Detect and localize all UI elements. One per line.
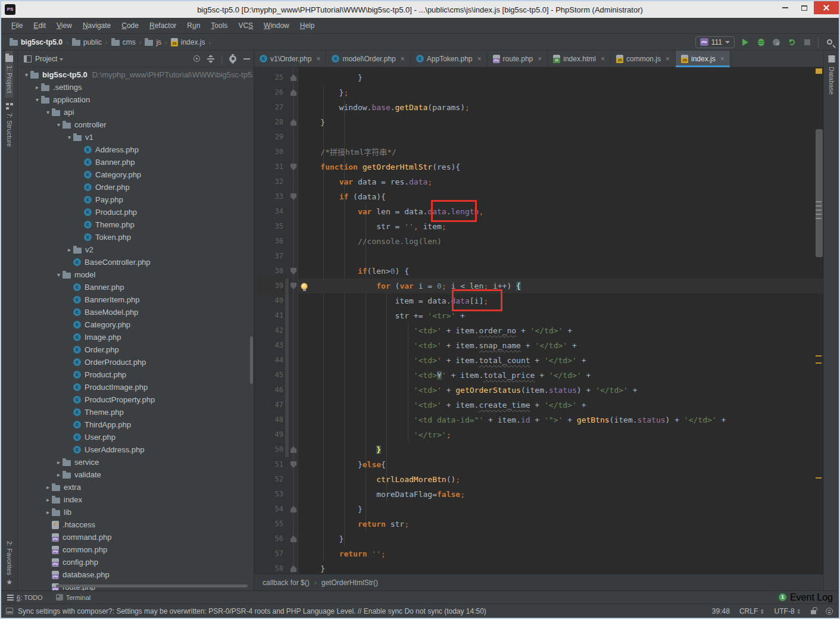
expand-arrow-icon[interactable]: ▸ xyxy=(55,471,63,478)
tree-item-ProductImage.php[interactable]: cProductImage.php xyxy=(18,381,254,393)
tab-index-html[interactable]: Hindex.html× xyxy=(548,51,611,67)
tool-window-toggle-icon[interactable] xyxy=(6,608,13,614)
tree-item-Address.php[interactable]: cAddress.php xyxy=(18,143,254,156)
fold-start-icon[interactable] xyxy=(291,283,296,289)
code-line-51[interactable]: }else{ xyxy=(298,457,823,472)
coverage-button[interactable] xyxy=(772,37,781,47)
code-line-50[interactable]: } xyxy=(298,442,823,457)
gutter-line-49[interactable]: 49 xyxy=(254,427,298,442)
inspections-profile-icon[interactable] xyxy=(826,608,833,615)
tool-window-button-terminal[interactable]: Terminal xyxy=(56,594,91,601)
tree-horizontal-scrollbar[interactable] xyxy=(56,584,248,587)
collapse-arrow-icon[interactable]: ▾ xyxy=(55,121,63,128)
hide-panel-button[interactable] xyxy=(243,58,250,60)
code-line-39[interactable]: for (var i = 0; i < len; i++) { xyxy=(298,279,823,293)
code-text-area[interactable]: } }; window.base.getData(params); } /*拼接… xyxy=(298,67,823,574)
line-separator-select[interactable]: CRLF⇕ xyxy=(739,607,765,615)
tab-route-php[interactable]: phproute.php× xyxy=(488,51,548,67)
gutter-line-27[interactable]: 27 xyxy=(254,100,298,115)
code-line-58[interactable]: } xyxy=(298,561,823,574)
tree-item-v2[interactable]: ▸v2 xyxy=(18,243,254,256)
code-line-53[interactable]: moreDataFlag=false; xyxy=(298,487,823,502)
editor-breadcrumb-item[interactable]: callback for $() xyxy=(263,579,310,587)
gutter-line-34[interactable]: 34 xyxy=(254,204,298,219)
code-line-28[interactable]: } xyxy=(298,115,823,130)
expand-arrow-icon[interactable]: ▸ xyxy=(44,509,52,515)
tree-item-User.php[interactable]: cUser.php xyxy=(18,431,254,443)
tree-item-ThirdApp.php[interactable]: cThirdApp.php xyxy=(18,418,254,431)
stripe-button-database[interactable]: Database xyxy=(828,51,835,99)
project-panel-title[interactable]: Project xyxy=(35,55,57,63)
gutter-line-42[interactable]: 42 xyxy=(254,323,298,338)
gutter-line-44[interactable]: 44 xyxy=(254,353,298,368)
gutter-line-57[interactable]: 57 xyxy=(254,546,298,561)
minimize-button[interactable] xyxy=(776,1,795,14)
gutter-line-48[interactable]: 48 xyxy=(254,412,298,427)
close-button[interactable] xyxy=(814,1,839,14)
menu-refactor[interactable]: Refactor xyxy=(144,18,182,34)
tree-item-Pay.php[interactable]: cPay.php xyxy=(18,193,254,206)
tree-item-Theme.php[interactable]: cTheme.php xyxy=(18,406,254,418)
menu-window[interactable]: Window xyxy=(258,18,295,34)
gutter-line-36[interactable]: 36 xyxy=(254,234,298,249)
code-line-32[interactable]: var data = res.data; xyxy=(298,174,823,189)
gutter-line-47[interactable]: 47 xyxy=(254,398,298,412)
search-everywhere-button[interactable] xyxy=(825,37,834,47)
menu-edit[interactable]: Edit xyxy=(28,18,51,34)
code-line-36[interactable]: //console.log(len) xyxy=(298,234,823,249)
expand-arrow-icon[interactable]: ▸ xyxy=(33,84,41,90)
code-line-52[interactable]: ctrlLoadMoreBtn(); xyxy=(298,472,823,487)
close-icon[interactable]: × xyxy=(538,55,542,63)
gutter-line-43[interactable]: 43 xyxy=(254,338,298,353)
tree-item-validate[interactable]: ▸validate xyxy=(18,468,254,481)
fold-end-icon[interactable] xyxy=(291,74,296,81)
breadcrumb-item-big5sc-tp5.0[interactable]: big5sc-tp5.0 xyxy=(8,37,64,48)
breadcrumb-item-public[interactable]: public xyxy=(71,37,103,48)
code-line-44[interactable]: '<td>' + item.total_count + '</td>' + xyxy=(298,353,823,368)
tree-item-Banner.php[interactable]: cBanner.php xyxy=(18,281,254,293)
code-line-26[interactable]: }; xyxy=(298,85,823,100)
expand-arrow-icon[interactable]: ▸ xyxy=(44,496,52,503)
breadcrumb-item-index.js[interactable]: JSindex.js xyxy=(170,37,207,48)
tree-item-Category.php[interactable]: cCategory.php xyxy=(18,318,254,331)
tree-item-ProductProperty.php[interactable]: cProductProperty.php xyxy=(18,393,254,406)
tree-item-BaseModel.php[interactable]: cBaseModel.php xyxy=(18,306,254,318)
menu-navigate[interactable]: Navigate xyxy=(77,18,116,34)
gutter-line-31[interactable]: 31 xyxy=(254,160,298,174)
close-icon[interactable]: × xyxy=(666,55,670,63)
tree-vertical-scrollbar[interactable] xyxy=(250,336,253,384)
encoding-select[interactable]: UTF-8⇕ xyxy=(775,607,801,615)
tab-index-js[interactable]: JSindex.js× xyxy=(676,51,730,67)
expand-arrow-icon[interactable]: ▸ xyxy=(65,246,73,253)
tree-item-Banner.php[interactable]: cBanner.php xyxy=(18,156,254,168)
tree-item-common.php[interactable]: phpcommon.php xyxy=(18,543,254,556)
tab-v1-order-php[interactable]: cv1\Order.php× xyxy=(254,51,326,67)
code-line-56[interactable]: } xyxy=(298,532,823,546)
menu-vcs[interactable]: VCS xyxy=(233,18,258,34)
code-line-31[interactable]: function getOrderHtmlStr(res){ xyxy=(298,160,823,174)
collapse-arrow-icon[interactable]: ▾ xyxy=(23,71,30,78)
tree-item-Category.php[interactable]: cCategory.php xyxy=(18,168,254,181)
code-line-49[interactable]: '</tr>'; xyxy=(298,427,823,442)
menu-help[interactable]: Help xyxy=(295,18,320,34)
code-line-43[interactable]: '<td>' + item.snap_name + '</td>' + xyxy=(298,338,823,353)
gutter-line-58[interactable]: 58 xyxy=(254,561,298,574)
locate-file-button[interactable] xyxy=(193,55,200,62)
gutter-line-37[interactable]: 37 xyxy=(254,249,298,264)
tree-item-.htaccess[interactable]: .htaccess xyxy=(18,518,254,531)
tree-item-model[interactable]: ▾model xyxy=(18,268,254,281)
code-line-34[interactable]: var len = data.data.length, xyxy=(298,204,823,219)
gutter-line-51[interactable]: 51 xyxy=(254,457,298,472)
tree-item-controller[interactable]: ▾controller xyxy=(18,118,254,131)
close-icon[interactable]: × xyxy=(477,55,482,63)
menu-tools[interactable]: Tools xyxy=(205,18,233,34)
tree-item-v1[interactable]: ▾v1 xyxy=(18,131,254,143)
menu-run[interactable]: Run xyxy=(182,18,205,34)
collapse-arrow-icon[interactable]: ▾ xyxy=(65,134,73,140)
gutter-line-50[interactable]: 50 xyxy=(254,442,298,457)
gutter-line-33[interactable]: 33 xyxy=(254,189,298,204)
tree-item-BaseController.php[interactable]: cBaseController.php xyxy=(18,256,254,268)
close-icon[interactable]: × xyxy=(720,55,725,63)
gutter-line-54[interactable]: 54 xyxy=(254,502,298,517)
breadcrumb-item-cms[interactable]: cms xyxy=(110,37,137,48)
